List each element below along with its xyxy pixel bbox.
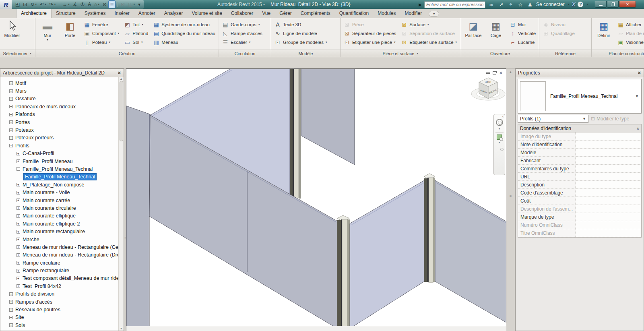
expand-icon[interactable]: +: [9, 113, 13, 116]
expand-icon[interactable]: +: [17, 253, 20, 257]
tree-item[interactable]: +Main courante carrée: [0, 197, 118, 204]
expand-icon[interactable]: +: [17, 284, 20, 288]
dropdown-icon[interactable]: ▾: [141, 41, 143, 44]
right-splitter-grip-icon[interactable]: ≡: [506, 194, 515, 198]
rampe-d-acc-s-button[interactable]: ◺Rampe d'accès: [221, 29, 264, 37]
right-splitter[interactable]: ▲ ≡: [506, 68, 515, 331]
expand-icon[interactable]: +: [9, 300, 13, 304]
poteau-button[interactable]: ▯Poteau▾: [83, 38, 120, 46]
tree-item[interactable]: +Motif: [0, 79, 118, 87]
expand-icon[interactable]: +: [17, 222, 20, 225]
search-expand-icon[interactable]: ▶: [419, 2, 422, 7]
tab-structure[interactable]: Structure: [52, 9, 80, 18]
property-group-header[interactable]: Données d'identification ∧: [518, 124, 641, 132]
group-collapse-icon[interactable]: ∧: [636, 126, 639, 130]
property-value-field[interactable]: [576, 221, 641, 229]
tree-item[interactable]: +Plafonds: [0, 111, 118, 118]
tree-item[interactable]: +Rampe circulaire: [0, 259, 118, 267]
expand-icon[interactable]: +: [9, 89, 13, 93]
user-icon[interactable]: ♟: [526, 2, 534, 8]
expand-icon[interactable]: +: [9, 292, 13, 296]
collapse-icon[interactable]: -: [17, 167, 20, 171]
search-binoculars-icon[interactable]: ∞: [488, 2, 495, 8]
zoom-region-icon[interactable]: [497, 134, 502, 140]
redo-dropdown-icon[interactable]: ▾: [54, 1, 56, 8]
switch-windows-button[interactable]: ◫▾: [127, 1, 136, 8]
dropdown-icon[interactable]: ▾: [258, 23, 260, 26]
thin-lines-button[interactable]: ≣: [109, 1, 115, 8]
sol-button[interactable]: ▭Sol▾: [123, 38, 149, 46]
property-value-field[interactable]: [576, 229, 641, 237]
exchange-key-icon[interactable]: ⊸: [496, 0, 506, 9]
panel-caption-dropdown-icon[interactable]: ▼: [29, 52, 32, 55]
left-splitter-grip-icon[interactable]: ≡: [124, 236, 126, 240]
sign-in-dropdown-icon[interactable]: ▾: [568, 3, 570, 6]
expand-icon[interactable]: +: [17, 206, 20, 210]
tree-item[interactable]: +Main courante elliptique: [0, 212, 118, 220]
expand-icon[interactable]: +: [17, 214, 20, 218]
expand-icon[interactable]: +: [17, 152, 20, 155]
expand-icon[interactable]: +: [17, 277, 20, 280]
mur-button[interactable]: ▬Mur▼: [37, 19, 58, 41]
etiqueter-une-pi-ce-button[interactable]: ⊡Etiqueter une pièce▾: [343, 38, 397, 46]
open-file-button[interactable]: ◰: [14, 1, 21, 8]
redo-button[interactable]: ↷▾: [48, 1, 57, 8]
property-value-field[interactable]: [576, 189, 641, 197]
synchronize-dropdown-icon[interactable]: ▾: [35, 1, 37, 8]
syst-me-de-mur-rideau-button[interactable]: ▦Système de mur-rideau: [152, 21, 217, 28]
text-button[interactable]: A: [87, 1, 92, 8]
tree-item[interactable]: +Meneau de mur rideau - Rectangulaire (C…: [0, 243, 118, 251]
modifier-button[interactable]: Modifier: [2, 19, 22, 38]
undo-button[interactable]: ↶▾: [39, 1, 47, 8]
tree-item[interactable]: +Panneaux de murs-rideaux: [0, 103, 118, 110]
tree-item[interactable]: +Poteaux: [0, 126, 118, 134]
tag-by-category-button[interactable]: ①: [79, 1, 86, 8]
tree-item[interactable]: -Profils: [0, 142, 118, 149]
help-icon[interactable]: ?: [578, 2, 583, 7]
revit-app-menu-icon[interactable]: R: [0, 0, 12, 9]
project-browser-scrollbar[interactable]: ▲ ▼: [118, 77, 124, 331]
expand-icon[interactable]: +: [17, 199, 20, 202]
expand-icon[interactable]: +: [9, 136, 13, 140]
tree-item[interactable]: +Marche: [0, 236, 118, 243]
garde-corps-button[interactable]: ▤Garde-corps▾: [221, 21, 264, 28]
groupe-de-mod-les-button[interactable]: ⊡Groupe de modèles▾: [273, 38, 328, 46]
tree-item[interactable]: +Meneau de mur rideau - Rectangulaire (D…: [0, 251, 118, 259]
tree-item[interactable]: +Main courante circulaire: [0, 204, 118, 212]
wheel-dropdown-icon[interactable]: ▾: [499, 127, 500, 130]
dropdown-icon[interactable]: ▾: [394, 41, 396, 44]
tab-modules[interactable]: Modules: [373, 9, 400, 18]
aligned-dimension-button[interactable]: ∡: [72, 1, 78, 8]
porte-button[interactable]: ◧Porte: [60, 19, 80, 38]
expand-icon[interactable]: +: [9, 97, 13, 101]
tab-ins-rer[interactable]: Insérer: [110, 9, 134, 18]
tree-item[interactable]: +Main courante elliptique 2: [0, 220, 118, 228]
expand-icon[interactable]: +: [17, 183, 20, 186]
tree-item[interactable]: +Main courante rectangulaire: [0, 228, 118, 235]
property-value-field[interactable]: [576, 132, 641, 140]
tab-modifier[interactable]: Modifier: [400, 9, 427, 18]
ribbon-display-toggle[interactable]: ▾: [429, 11, 439, 17]
navbar-settings-icon[interactable]: [500, 148, 504, 151]
save-button[interactable]: ⊡: [22, 1, 28, 8]
expand-icon[interactable]: +: [17, 230, 20, 234]
edit-type-button[interactable]: ⊞ Modifier le type: [591, 116, 629, 122]
dropdown-icon[interactable]: ▾: [118, 32, 120, 35]
tree-item[interactable]: +M_Platelage_Non composé: [0, 181, 118, 188]
tab-quantification[interactable]: Quantification: [335, 9, 373, 18]
tree-item[interactable]: +C-Canal-Profil: [0, 150, 118, 157]
restore-button[interactable]: [607, 1, 619, 8]
expand-icon[interactable]: +: [9, 128, 13, 132]
panel-caption-dropdown-icon[interactable]: ▼: [416, 52, 419, 55]
measure-button[interactable]: ↔▾: [61, 1, 71, 8]
dropdown-icon[interactable]: ▼: [46, 38, 49, 41]
mur-button[interactable]: ⊟Mur: [508, 21, 537, 28]
expand-icon[interactable]: +: [17, 238, 20, 241]
fen-tre-button[interactable]: ▦Fenêtre: [83, 21, 120, 28]
expand-icon[interactable]: +: [9, 323, 13, 327]
tree-item[interactable]: +Poteaux porteurs: [0, 134, 118, 142]
close-button[interactable]: ×: [619, 1, 636, 8]
minimize-button[interactable]: [595, 1, 607, 8]
search-input[interactable]: [424, 1, 485, 8]
meneau-button[interactable]: ▥Meneau: [152, 38, 217, 46]
